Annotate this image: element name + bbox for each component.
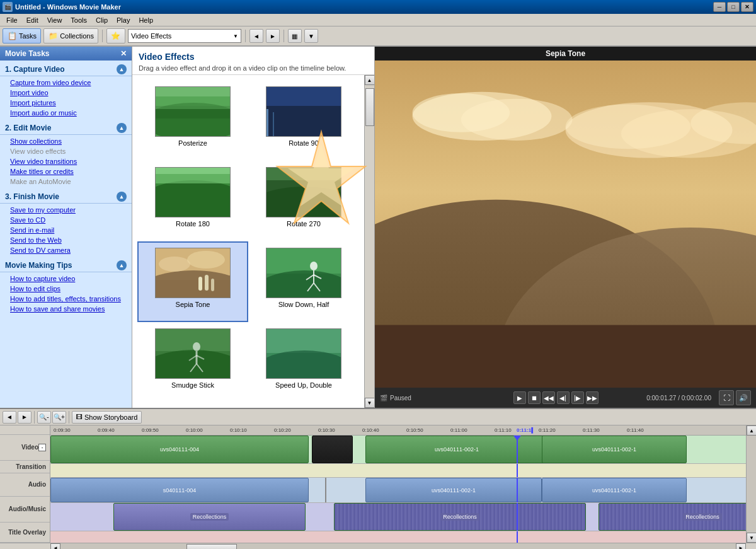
tl-label-audiomusic: Audio/Music [0, 497, 50, 523]
preview-area [375, 61, 756, 388]
tl-vscroll-up[interactable]: ▲ [747, 425, 756, 436]
effect-posterize[interactable]: Posterize [137, 80, 248, 161]
panel-close-button[interactable]: ✕ [120, 49, 127, 58]
effect-speedup[interactable]: Speed Up, Double [248, 322, 359, 403]
main-content: Movie Tasks ✕ 1. Capture Video ▲ Capture… [0, 47, 756, 408]
effect-slowdown[interactable]: Slow Down, Half [248, 241, 359, 322]
tip-edit[interactable]: How to edit clips [0, 284, 132, 294]
tl-zoom-in-button[interactable]: 🔍+ [52, 411, 66, 424]
make-titles[interactable]: Make titles or credits [0, 166, 132, 176]
tip-capture[interactable]: How to capture video [0, 274, 132, 284]
import-audio[interactable]: Import audio or music [0, 108, 132, 118]
ve-scroll-up-button[interactable]: ▲ [365, 75, 375, 85]
preview-status: 🎬 Paused [380, 395, 511, 402]
ve-scroll-thumb[interactable] [365, 88, 374, 126]
tl-zoom-out-button[interactable]: 🔍- [37, 411, 51, 424]
svg-rect-57 [375, 325, 756, 388]
menu-help[interactable]: Help [135, 15, 157, 25]
effect-rotate90[interactable]: Rotate 90 [248, 80, 359, 161]
ve-scrollbar: ▲ ▼ [364, 75, 374, 408]
tl-clip-audio-1[interactable]: s040111-004 [50, 478, 309, 502]
section-tips-arrow[interactable]: ▲ [117, 260, 127, 270]
menu-clip[interactable]: Clip [92, 15, 112, 25]
tl-hscroll-track [60, 543, 736, 550]
show-collections[interactable]: Show collections [0, 136, 132, 146]
tasks-button[interactable]: 📋 Tasks [3, 28, 41, 43]
effects-dropdown[interactable]: Video Effects ▼ [128, 29, 241, 43]
collections-button[interactable]: 📁 Collections [43, 28, 98, 43]
tl-mark-11: 0:11:10 [495, 427, 512, 433]
effect-rotate270-label: Rotate 270 [287, 220, 321, 228]
tl-show-storyboard-button[interactable]: 🎞 Show Storyboard [72, 411, 142, 424]
tl-show-storyboard-label: Show Storyboard [84, 413, 137, 421]
send-email[interactable]: Send in e-mail [0, 225, 132, 235]
tip-effects[interactable]: How to add titles, effects, transitions [0, 294, 132, 304]
effect-rotate270[interactable]: Rotate 270 [248, 161, 359, 241]
menu-tools[interactable]: Tools [67, 15, 91, 25]
tl-forward-button[interactable]: ► [18, 411, 32, 424]
save-computer[interactable]: Save to my computer [0, 205, 132, 215]
tl-clip-audio-3[interactable]: uvs040111-002-1 [542, 478, 687, 502]
tl-clip-music-2[interactable]: Recollections [334, 503, 586, 531]
effects-icon-btn[interactable]: ⭐ [106, 28, 125, 43]
preview-stop-button[interactable]: ⏹ [528, 391, 541, 404]
tl-back-button[interactable]: ◄ [3, 411, 16, 424]
preview-prevframe-button[interactable]: ◀| [557, 391, 570, 404]
preview-play-button[interactable]: ▶ [513, 391, 526, 404]
section-capture-arrow[interactable]: ▲ [117, 64, 127, 74]
tl-vscroll-down[interactable]: ▼ [747, 533, 756, 543]
view-arrow-button[interactable]: ▼ [304, 29, 318, 43]
svg-point-18 [156, 270, 231, 298]
section-edit-arrow[interactable]: ▲ [117, 123, 127, 133]
view-video-transitions[interactable]: View video transitions [0, 156, 132, 166]
tl-clip-video-3[interactable]: uvs040111-002-1 [542, 436, 687, 463]
effect-smudge[interactable]: Smudge Stick [137, 322, 248, 403]
tl-clip-video-1[interactable]: uvs040111-004 [50, 436, 309, 463]
maximize-button[interactable]: □ [727, 2, 740, 12]
preview-fullscreen-button[interactable]: ⛶ [719, 390, 734, 405]
menu-edit[interactable]: Edit [23, 15, 42, 25]
tl-vscrollbar: ▲ ▼ [746, 425, 756, 543]
svg-point-44 [266, 350, 341, 379]
ve-scroll-down-button[interactable]: ▼ [365, 398, 375, 408]
preview-rewind-button[interactable]: ◀◀ [542, 391, 555, 404]
tl-clip-music-3[interactable]: Recollections [598, 503, 746, 531]
chevron-down-icon: ▼ [233, 33, 238, 39]
tl-hscroll-right-button[interactable]: ► [736, 543, 746, 550]
right-panel: Sepia Tone [375, 47, 756, 408]
preview-nextframe-button[interactable]: |▶ [571, 391, 584, 404]
import-pictures[interactable]: Import pictures [0, 98, 132, 108]
section-finish-arrow[interactable]: ▲ [117, 192, 127, 202]
minimize-button[interactable]: ─ [713, 2, 726, 12]
preview-forward-button[interactable]: ▶▶ [586, 391, 598, 404]
effect-rotate180[interactable]: Rotate 180 [137, 161, 248, 241]
tl-label-transition: Transition [0, 461, 50, 473]
tl-clip-audio-2[interactable]: uvs040111-002-1 [365, 478, 542, 502]
capture-video-device[interactable]: Capture from video device [0, 78, 132, 88]
tl-mark-4: 0:10:00 [186, 427, 203, 433]
view-button[interactable]: ▦ [288, 29, 302, 43]
save-cd[interactable]: Save to CD [0, 215, 132, 225]
menu-view[interactable]: View [43, 15, 66, 25]
ve-header: Video Effects Drag a video effect and dr… [132, 47, 374, 75]
send-web[interactable]: Send to the Web [0, 235, 132, 245]
tl-audio-marker [325, 478, 326, 502]
preview-volume-button[interactable]: 🔊 [736, 390, 751, 405]
send-dv[interactable]: Send to DV camera [0, 245, 132, 255]
menu-file[interactable]: File [3, 15, 21, 25]
toolbar-separator-3 [284, 30, 284, 42]
tl-row-transition [50, 464, 746, 478]
tl-clip-music-1[interactable]: Recollections [113, 503, 306, 531]
tl-hscroll-thumb[interactable] [186, 544, 237, 550]
close-button[interactable]: ✕ [741, 2, 753, 12]
section-capture-title: 1. Capture Video [5, 65, 64, 74]
tl-video-collapse[interactable]: - [38, 444, 46, 451]
tl-hscroll-left-button[interactable]: ◄ [50, 543, 60, 550]
effect-sepia[interactable]: Sepia Tone [137, 241, 248, 322]
tip-share[interactable]: How to save and share movies [0, 304, 132, 314]
import-video[interactable]: Import video [0, 88, 132, 98]
menu-play[interactable]: Play [113, 15, 134, 25]
back-button[interactable]: ◄ [249, 29, 263, 43]
toolbar: 📋 Tasks 📁 Collections ⭐ Video Effects ▼ … [0, 26, 756, 47]
forward-button[interactable]: ► [266, 29, 280, 43]
